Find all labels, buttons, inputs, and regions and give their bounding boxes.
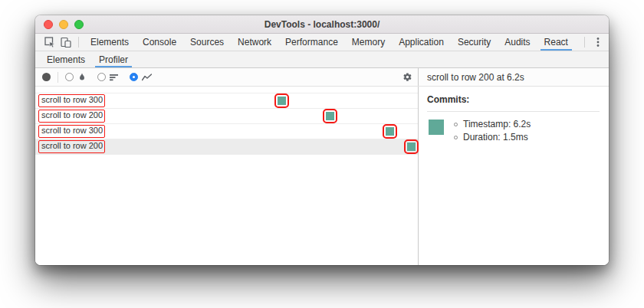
commits-heading: Commits: xyxy=(427,94,600,105)
flamegraph-radio[interactable] xyxy=(65,73,74,81)
inspect-cursor-icon xyxy=(44,37,55,48)
interaction-row[interactable]: scroll to row 300 xyxy=(35,124,418,139)
interaction-label: scroll to row 300 xyxy=(38,125,105,138)
title-bar[interactable]: DevTools - localhost:3000/ xyxy=(35,15,609,34)
profiler-content: scroll to row 300 scroll to row 200 scro… xyxy=(35,87,609,265)
devtools-menu-button[interactable] xyxy=(590,34,606,51)
tab-application[interactable]: Application xyxy=(392,34,451,51)
commit-marker[interactable] xyxy=(274,93,289,108)
profiler-settings-button[interactable] xyxy=(402,72,412,82)
commit-color-swatch xyxy=(429,120,444,135)
interaction-label: scroll to row 300 xyxy=(38,94,105,107)
gear-icon xyxy=(402,72,412,82)
subtab-elements[interactable]: Elements xyxy=(40,51,92,67)
interactions-view-option[interactable] xyxy=(130,73,152,81)
interactions-list: scroll to row 300 scroll to row 200 scro… xyxy=(35,93,418,155)
tab-sources[interactable]: Sources xyxy=(183,34,231,51)
profiler-toolbar-row: scroll to row 200 at 6.2s xyxy=(35,68,609,87)
selected-interaction-title: scroll to row 200 at 6.2s xyxy=(427,72,524,83)
commit-marker-fill xyxy=(386,127,394,136)
main-tab-bar: Elements Console Sources Network Perform… xyxy=(35,34,609,51)
ranked-bars-icon xyxy=(110,74,119,81)
bullet-icon xyxy=(454,136,458,139)
flame-icon xyxy=(77,73,87,82)
selected-interaction-header: scroll to row 200 at 6.2s xyxy=(418,68,609,86)
toolbar-separator xyxy=(584,37,585,48)
ranked-view-option[interactable] xyxy=(97,73,119,81)
interactions-radio[interactable] xyxy=(130,73,138,81)
inspect-element-button[interactable] xyxy=(41,34,58,51)
device-toolbar-button[interactable] xyxy=(58,34,74,51)
window-title: DevTools - localhost:3000/ xyxy=(35,19,609,30)
react-subtab-bar: Elements Profiler xyxy=(35,51,609,68)
commit-marker-fill xyxy=(407,143,416,151)
commit-stats-list: Timestamp: 6.2s Duration: 1.5ms xyxy=(454,118,531,144)
flamegraph-view-option[interactable] xyxy=(65,73,87,82)
commit-entry[interactable]: Timestamp: 6.2s Duration: 1.5ms xyxy=(427,118,600,144)
profiler-toolbar xyxy=(35,68,418,86)
device-toolbar-icon xyxy=(61,37,71,48)
tab-audits[interactable]: Audits xyxy=(498,34,537,51)
interaction-label: scroll to row 200 xyxy=(38,140,105,153)
commit-timestamp: Timestamp: 6.2s xyxy=(463,118,531,131)
zoom-button[interactable] xyxy=(74,20,84,29)
interaction-row[interactable]: scroll to row 300 xyxy=(35,93,418,109)
commit-timestamp-item: Timestamp: 6.2s xyxy=(454,118,531,131)
section-divider xyxy=(427,111,600,112)
minimize-button[interactable] xyxy=(59,20,68,29)
interaction-label: scroll to row 200 xyxy=(38,110,105,123)
commit-duration: Duration: 1.5ms xyxy=(463,131,528,144)
commit-marker-fill xyxy=(278,97,286,105)
tab-network[interactable]: Network xyxy=(231,34,278,51)
tab-elements[interactable]: Elements xyxy=(84,34,136,51)
ranked-radio[interactable] xyxy=(97,73,106,81)
close-button[interactable] xyxy=(44,20,53,29)
devtools-window: DevTools - localhost:3000/ Elements Cons… xyxy=(35,15,609,265)
commit-marker[interactable] xyxy=(404,139,419,154)
toolbar-separator xyxy=(78,37,79,48)
interaction-row[interactable]: scroll to row 200 xyxy=(35,109,418,124)
interactions-zigzag-icon xyxy=(142,74,152,81)
commit-marker[interactable] xyxy=(323,109,337,123)
commit-marker[interactable] xyxy=(383,124,397,139)
bullet-icon xyxy=(454,123,458,126)
tab-memory[interactable]: Memory xyxy=(345,34,392,51)
subtab-profiler[interactable]: Profiler xyxy=(92,51,135,67)
tab-console[interactable]: Console xyxy=(136,34,183,51)
commit-details-panel: Commits: Timestamp: 6.2s Duration: 1.5ms xyxy=(418,87,609,265)
kebab-menu-icon xyxy=(596,37,600,48)
record-button[interactable] xyxy=(42,73,51,81)
commit-marker-fill xyxy=(326,112,334,120)
tab-performance[interactable]: Performance xyxy=(278,34,345,51)
interactions-panel: scroll to row 300 scroll to row 200 scro… xyxy=(35,87,418,265)
traffic-lights xyxy=(44,15,84,33)
toolbar-separator xyxy=(58,72,58,83)
tab-react[interactable]: React xyxy=(537,34,575,51)
interaction-row-selected[interactable]: scroll to row 200 xyxy=(35,139,418,155)
commit-duration-item: Duration: 1.5ms xyxy=(454,131,531,144)
tab-security[interactable]: Security xyxy=(451,34,498,51)
